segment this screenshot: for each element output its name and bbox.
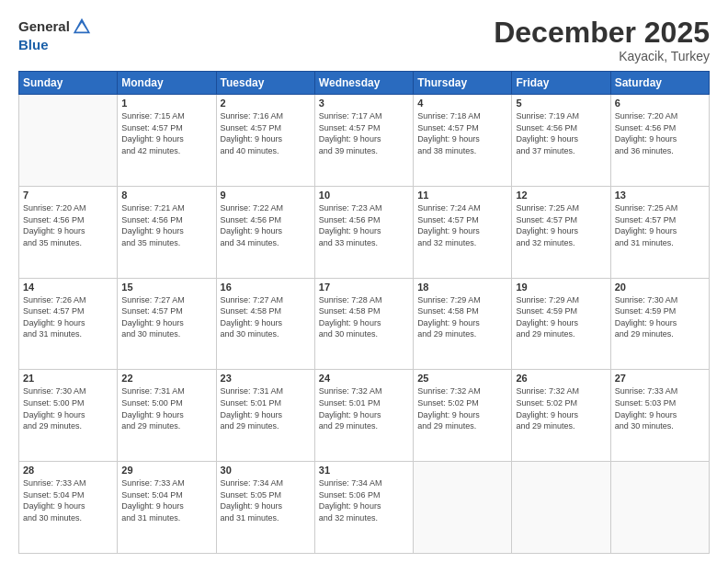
day-number: 18 bbox=[417, 282, 507, 293]
table-row: 22Sunrise: 7:31 AMSunset: 5:00 PMDayligh… bbox=[118, 370, 216, 462]
day-number: 1 bbox=[121, 98, 211, 109]
day-info: Sunrise: 7:30 AMSunset: 4:59 PMDaylight:… bbox=[615, 294, 705, 340]
table-row bbox=[512, 462, 610, 554]
table-row: 5Sunrise: 7:19 AMSunset: 4:56 PMDaylight… bbox=[512, 95, 610, 187]
day-info: Sunrise: 7:33 AMSunset: 5:03 PMDaylight:… bbox=[615, 385, 705, 431]
table-row: 18Sunrise: 7:29 AMSunset: 4:58 PMDayligh… bbox=[414, 278, 512, 370]
col-monday: Monday bbox=[118, 72, 216, 95]
table-row: 7Sunrise: 7:20 AMSunset: 4:56 PMDaylight… bbox=[19, 186, 118, 278]
day-number: 19 bbox=[516, 282, 606, 293]
table-row: 27Sunrise: 7:33 AMSunset: 5:03 PMDayligh… bbox=[610, 370, 709, 462]
day-info: Sunrise: 7:18 AMSunset: 4:57 PMDaylight:… bbox=[417, 110, 507, 156]
day-number: 25 bbox=[417, 373, 507, 384]
day-number: 26 bbox=[516, 373, 606, 384]
day-number: 6 bbox=[615, 98, 705, 109]
day-number: 31 bbox=[319, 465, 409, 476]
day-info: Sunrise: 7:34 AMSunset: 5:06 PMDaylight:… bbox=[319, 477, 409, 523]
day-info: Sunrise: 7:27 AMSunset: 4:57 PMDaylight:… bbox=[121, 294, 211, 340]
day-number: 7 bbox=[23, 190, 113, 201]
day-info: Sunrise: 7:34 AMSunset: 5:05 PMDaylight:… bbox=[221, 477, 311, 523]
day-info: Sunrise: 7:26 AMSunset: 4:57 PMDaylight:… bbox=[23, 294, 113, 340]
day-number: 27 bbox=[615, 373, 705, 384]
logo: General Blue bbox=[18, 17, 92, 53]
day-info: Sunrise: 7:21 AMSunset: 4:56 PMDaylight:… bbox=[121, 202, 211, 248]
table-row: 24Sunrise: 7:32 AMSunset: 5:01 PMDayligh… bbox=[314, 370, 413, 462]
table-row: 10Sunrise: 7:23 AMSunset: 4:56 PMDayligh… bbox=[314, 186, 413, 278]
logo-blue-text: Blue bbox=[18, 37, 92, 53]
table-row: 21Sunrise: 7:30 AMSunset: 5:00 PMDayligh… bbox=[19, 370, 118, 462]
day-info: Sunrise: 7:19 AMSunset: 4:56 PMDaylight:… bbox=[516, 110, 606, 156]
calendar-header-row: Sunday Monday Tuesday Wednesday Thursday… bbox=[19, 72, 710, 95]
day-info: Sunrise: 7:27 AMSunset: 4:58 PMDaylight:… bbox=[221, 294, 311, 340]
day-number: 3 bbox=[319, 98, 409, 109]
day-info: Sunrise: 7:25 AMSunset: 4:57 PMDaylight:… bbox=[516, 202, 606, 248]
day-number: 15 bbox=[121, 282, 211, 293]
day-info: Sunrise: 7:28 AMSunset: 4:58 PMDaylight:… bbox=[319, 294, 409, 340]
day-number: 2 bbox=[221, 98, 311, 109]
table-row bbox=[19, 95, 118, 187]
col-thursday: Thursday bbox=[414, 72, 512, 95]
day-info: Sunrise: 7:32 AMSunset: 5:02 PMDaylight:… bbox=[417, 385, 507, 431]
table-row: 17Sunrise: 7:28 AMSunset: 4:58 PMDayligh… bbox=[314, 278, 413, 370]
table-row: 26Sunrise: 7:32 AMSunset: 5:02 PMDayligh… bbox=[512, 370, 610, 462]
table-row: 19Sunrise: 7:29 AMSunset: 4:59 PMDayligh… bbox=[512, 278, 610, 370]
title-block: December 2025 Kayacik, Turkey bbox=[494, 17, 710, 63]
table-row: 9Sunrise: 7:22 AMSunset: 4:56 PMDaylight… bbox=[216, 186, 314, 278]
day-info: Sunrise: 7:20 AMSunset: 4:56 PMDaylight:… bbox=[23, 202, 113, 248]
table-row: 20Sunrise: 7:30 AMSunset: 4:59 PMDayligh… bbox=[610, 278, 709, 370]
table-row: 16Sunrise: 7:27 AMSunset: 4:58 PMDayligh… bbox=[216, 278, 314, 370]
day-info: Sunrise: 7:33 AMSunset: 5:04 PMDaylight:… bbox=[121, 477, 211, 523]
day-number: 8 bbox=[121, 190, 211, 201]
day-number: 29 bbox=[121, 465, 211, 476]
table-row: 4Sunrise: 7:18 AMSunset: 4:57 PMDaylight… bbox=[414, 95, 512, 187]
table-row bbox=[610, 462, 709, 554]
calendar: Sunday Monday Tuesday Wednesday Thursday… bbox=[18, 71, 710, 554]
day-info: Sunrise: 7:29 AMSunset: 4:58 PMDaylight:… bbox=[417, 294, 507, 340]
day-number: 5 bbox=[516, 98, 606, 109]
table-row: 28Sunrise: 7:33 AMSunset: 5:04 PMDayligh… bbox=[19, 462, 118, 554]
day-number: 20 bbox=[615, 282, 705, 293]
day-number: 10 bbox=[319, 190, 409, 201]
table-row bbox=[414, 462, 512, 554]
table-row: 14Sunrise: 7:26 AMSunset: 4:57 PMDayligh… bbox=[19, 278, 118, 370]
table-row: 8Sunrise: 7:21 AMSunset: 4:56 PMDaylight… bbox=[118, 186, 216, 278]
day-number: 4 bbox=[417, 98, 507, 109]
month-title: December 2025 bbox=[494, 17, 710, 49]
day-number: 16 bbox=[221, 282, 311, 293]
day-number: 23 bbox=[221, 373, 311, 384]
day-number: 11 bbox=[417, 190, 507, 201]
day-number: 28 bbox=[23, 465, 113, 476]
header: General Blue December 2025 Kayacik, Turk… bbox=[18, 17, 710, 63]
col-tuesday: Tuesday bbox=[216, 72, 314, 95]
day-info: Sunrise: 7:16 AMSunset: 4:57 PMDaylight:… bbox=[221, 110, 311, 156]
table-row: 2Sunrise: 7:16 AMSunset: 4:57 PMDaylight… bbox=[216, 95, 314, 187]
col-saturday: Saturday bbox=[610, 72, 709, 95]
day-number: 30 bbox=[221, 465, 311, 476]
table-row: 6Sunrise: 7:20 AMSunset: 4:56 PMDaylight… bbox=[610, 95, 709, 187]
table-row: 11Sunrise: 7:24 AMSunset: 4:57 PMDayligh… bbox=[414, 186, 512, 278]
location: Kayacik, Turkey bbox=[494, 49, 710, 63]
day-number: 13 bbox=[615, 190, 705, 201]
table-row: 15Sunrise: 7:27 AMSunset: 4:57 PMDayligh… bbox=[118, 278, 216, 370]
day-info: Sunrise: 7:31 AMSunset: 5:01 PMDaylight:… bbox=[221, 385, 311, 431]
day-number: 14 bbox=[23, 282, 113, 293]
table-row: 3Sunrise: 7:17 AMSunset: 4:57 PMDaylight… bbox=[314, 95, 413, 187]
day-info: Sunrise: 7:15 AMSunset: 4:57 PMDaylight:… bbox=[121, 110, 211, 156]
logo-triangle-icon bbox=[72, 17, 92, 37]
table-row: 31Sunrise: 7:34 AMSunset: 5:06 PMDayligh… bbox=[314, 462, 413, 554]
logo-general-text: General bbox=[18, 18, 70, 35]
day-number: 22 bbox=[121, 373, 211, 384]
day-info: Sunrise: 7:17 AMSunset: 4:57 PMDaylight:… bbox=[319, 110, 409, 156]
table-row: 30Sunrise: 7:34 AMSunset: 5:05 PMDayligh… bbox=[216, 462, 314, 554]
day-info: Sunrise: 7:22 AMSunset: 4:56 PMDaylight:… bbox=[221, 202, 311, 248]
day-number: 9 bbox=[221, 190, 311, 201]
table-row: 13Sunrise: 7:25 AMSunset: 4:57 PMDayligh… bbox=[610, 186, 709, 278]
day-info: Sunrise: 7:24 AMSunset: 4:57 PMDaylight:… bbox=[417, 202, 507, 248]
day-info: Sunrise: 7:33 AMSunset: 5:04 PMDaylight:… bbox=[23, 477, 113, 523]
col-friday: Friday bbox=[512, 72, 610, 95]
day-info: Sunrise: 7:32 AMSunset: 5:01 PMDaylight:… bbox=[319, 385, 409, 431]
day-info: Sunrise: 7:25 AMSunset: 4:57 PMDaylight:… bbox=[615, 202, 705, 248]
day-number: 21 bbox=[23, 373, 113, 384]
page: General Blue December 2025 Kayacik, Turk… bbox=[0, 0, 728, 563]
table-row: 25Sunrise: 7:32 AMSunset: 5:02 PMDayligh… bbox=[414, 370, 512, 462]
